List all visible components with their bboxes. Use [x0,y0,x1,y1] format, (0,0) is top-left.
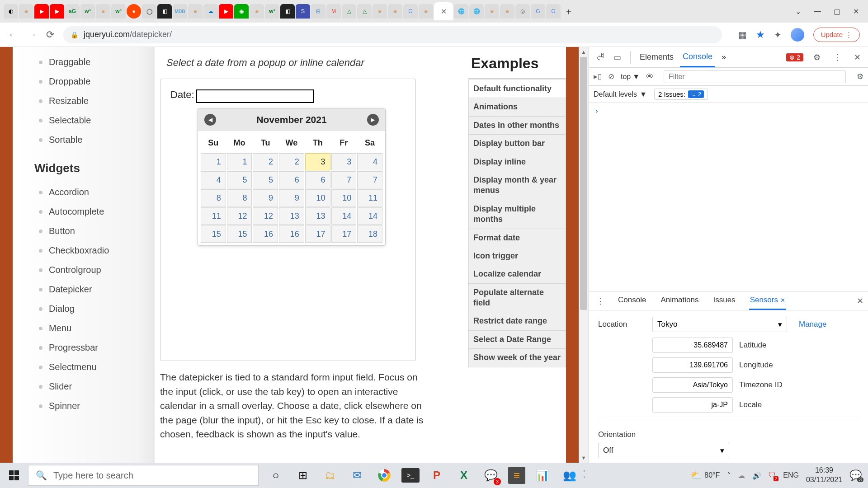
example-item[interactable]: Populate alternate field [468,283,566,313]
taskbar-down-icon[interactable]: ˅ [583,476,585,481]
calendar-day-cell[interactable]: 13 [305,207,330,225]
example-item[interactable]: Default functionality [468,80,566,98]
calendar-day-cell[interactable]: 2 [253,153,278,170]
calendar-day-cell[interactable]: 6 [305,171,330,188]
tab-item[interactable]: w³ [111,4,126,19]
tab-item[interactable]: ● [127,4,141,19]
tab-item[interactable]: MDB [173,4,187,19]
qr-icon[interactable]: ▦ [738,29,747,40]
notifications-icon[interactable]: 💬3 [849,469,862,481]
sidebar-item[interactable]: Menu [13,319,155,338]
calendar-day-cell[interactable]: 4 [201,171,226,188]
timezone-input[interactable] [652,377,733,393]
calendar-day-cell[interactable]: 10 [305,189,330,206]
sidebar-item[interactable]: Spinner [13,396,155,416]
console-filter-input[interactable] [664,70,846,83]
tab-item[interactable]: ▶ [219,4,233,19]
close-window-icon[interactable]: ✕ [853,7,859,16]
app-icon[interactable]: 📊 [533,465,552,485]
calendar-day-cell[interactable]: 1 [201,153,226,170]
manage-link[interactable]: Manage [799,320,826,329]
calendar-next-button[interactable]: ▶ [367,114,379,126]
back-button[interactable]: ← [8,29,18,41]
maximize-icon[interactable]: ▢ [834,7,840,16]
terminal-icon[interactable]: >_ [401,468,420,483]
tab-item[interactable]: ▶ [50,4,64,19]
sidebar-item[interactable]: Resizable [13,91,155,111]
devtools-menu-icon[interactable]: ⋮ [830,52,844,62]
calendar-day-cell[interactable]: 14 [357,207,382,225]
calendar-day-cell[interactable]: 8 [227,189,252,206]
task-view-icon[interactable]: ⊞ [293,465,313,485]
tab-item[interactable]: ≡ [500,4,514,19]
devtools-tab-console[interactable]: Console [680,47,715,67]
tray-expand-icon[interactable]: ˄ [727,471,731,480]
tab-item[interactable]: ◧ [157,4,172,19]
tab-item[interactable]: G [403,4,418,19]
sidebar-item[interactable]: Autocomplete [13,202,155,221]
log-levels-selector[interactable]: Default levels ▼ [594,90,647,99]
example-item[interactable]: Display inline [468,153,566,171]
example-item[interactable]: Select a Date Range [468,330,566,349]
devtools-close-icon[interactable]: ✕ [851,52,863,62]
date-input[interactable] [196,89,314,103]
page-scrollbar[interactable]: ▲ ▼ [579,47,589,463]
calendar-prev-button[interactable]: ◀ [204,114,216,126]
error-badge[interactable]: ⊗ 2 [786,53,803,61]
example-item[interactable]: Icon trigger [468,247,566,265]
context-selector[interactable]: top ▼ [621,73,640,81]
scroll-up-icon[interactable]: ▲ [579,47,589,57]
drawer-tab[interactable]: Animations [660,291,699,310]
drawer-tab[interactable]: Issues [712,291,736,310]
tab-item[interactable]: ≡ [188,4,203,19]
console-output[interactable]: › [589,103,868,291]
devtools-settings-icon[interactable]: ⚙ [811,52,823,62]
tab-item[interactable]: 🌐 [469,4,484,19]
tab-item[interactable]: w³ [265,4,279,19]
calendar-day-cell[interactable]: 17 [331,225,357,243]
calendar-day-cell[interactable]: 6 [279,171,304,188]
example-item[interactable]: Display button bar [468,134,566,153]
example-item[interactable]: Restrict date range [468,312,566,330]
orientation-select[interactable]: Off▾ [598,443,729,458]
excel-icon[interactable]: X [454,465,474,485]
taskbar-search[interactable]: 🔍 Type here to search [28,465,259,486]
sidebar-item[interactable]: Droppable [13,72,155,91]
tab-search-icon[interactable]: ⌄ [795,7,801,16]
longitude-input[interactable] [652,357,733,373]
tab-item[interactable]: ◎ [515,4,530,19]
tab-item[interactable]: △ [342,4,356,19]
calendar-day-cell[interactable]: 7 [357,171,382,188]
start-button[interactable] [0,463,28,488]
tab-item[interactable]: ▶ [34,4,49,19]
example-item[interactable]: Format date [468,229,566,247]
calendar-day-cell[interactable]: 11 [357,189,382,206]
live-expression-icon[interactable]: 👁 [646,72,654,81]
calendar-day-cell[interactable]: 12 [227,207,252,225]
tab-item[interactable]: ≡ [96,4,110,19]
tab-item[interactable]: ≡ [419,4,433,19]
sidebar-item[interactable]: Progressbar [13,338,155,357]
tab-item[interactable]: ◉ [234,4,249,19]
tab-item[interactable]: G [546,4,561,19]
calendar-day-cell[interactable]: 5 [253,171,278,188]
tab-item[interactable]: ≡ [485,4,499,19]
sidebar-item[interactable]: Selectmenu [13,357,155,377]
location-select[interactable]: Tokyo▾ [652,317,787,332]
tab-item[interactable]: w³ [80,4,95,19]
tab-item[interactable]: S [296,4,310,19]
sidebar-item[interactable]: Controlgroup [13,260,155,280]
zoom-icon[interactable]: 💬3 [481,465,501,485]
tab-item[interactable]: G [531,4,545,19]
calendar-day-cell[interactable]: 7 [331,171,357,188]
mail-icon[interactable]: ✉ [347,465,367,485]
language-indicator[interactable]: ENG [783,471,799,479]
close-icon[interactable]: ✕ [441,7,447,16]
forward-button[interactable]: → [27,29,37,41]
calendar-day-cell[interactable]: 14 [331,207,357,225]
issues-button[interactable]: 2 Issues: 🗨 2 [654,89,708,100]
example-item[interactable]: Localize calendar [468,265,566,283]
calendar-day-cell[interactable]: 16 [279,225,304,243]
tab-item[interactable]: ≡ [373,4,387,19]
scroll-thumb[interactable] [580,57,587,310]
